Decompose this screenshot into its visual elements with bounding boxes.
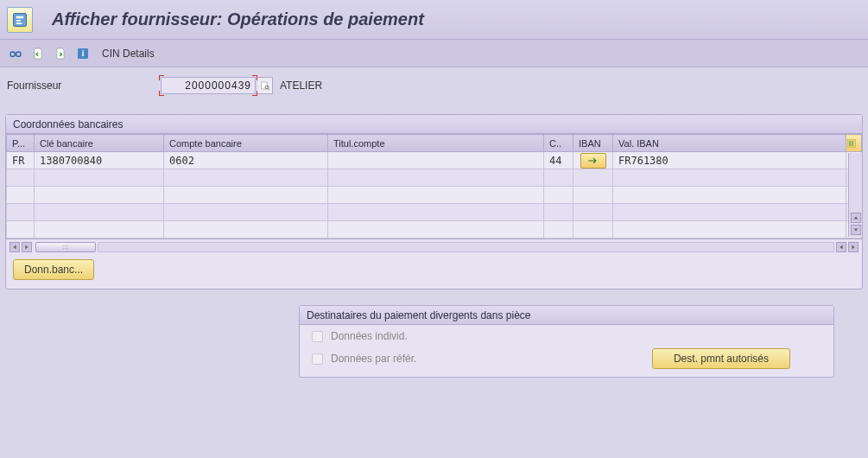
cin-details-button[interactable]: CIN Details <box>98 46 158 61</box>
scroll-right-end-icon[interactable] <box>848 242 858 252</box>
vertical-scrollbar[interactable] <box>848 153 862 237</box>
bank-group-title: Coordonnées bancaires <box>6 115 862 134</box>
table-row[interactable] <box>7 204 862 221</box>
table-header-row: P... Clé bancaire Compte bancaire Titul.… <box>7 135 862 152</box>
scroll-down-icon[interactable] <box>851 225 861 235</box>
svg-point-2 <box>16 52 21 56</box>
scroll-right-icon[interactable] <box>22 242 32 252</box>
cell-ctrl[interactable]: 44 <box>544 152 573 169</box>
cell-iban-val[interactable]: FR761380 <box>613 152 846 169</box>
vendor-row: Fournisseur ATELIER <box>7 74 863 97</box>
scroll-thumb[interactable]: ::: <box>35 242 96 252</box>
cell-account[interactable]: 0602 <box>164 152 328 169</box>
table-row[interactable] <box>7 187 862 204</box>
scroll-left-icon[interactable] <box>10 242 20 252</box>
matchcode-icon[interactable] <box>257 77 273 94</box>
by-ref-label: Données par référ. <box>331 353 416 365</box>
vendor-code-field-wrap <box>161 77 256 94</box>
svg-point-1 <box>10 52 15 56</box>
app-icon <box>7 7 33 33</box>
table-row[interactable] <box>7 169 862 187</box>
title-bar: Afficher fournisseur: Opérations de paie… <box>0 0 868 40</box>
col-iban-val[interactable]: Val. IBAN <box>613 135 846 152</box>
scroll-up-icon[interactable] <box>851 213 861 223</box>
horizontal-scrollbar[interactable]: ::: <box>6 239 862 254</box>
individual-label: Données individ. <box>331 330 408 342</box>
iban-arrow-icon[interactable] <box>580 153 606 169</box>
cell-holder[interactable] <box>328 152 544 169</box>
table-config-icon[interactable] <box>846 135 862 152</box>
col-country[interactable]: P... <box>7 135 35 152</box>
page-title: Afficher fournisseur: Opérations de paie… <box>52 10 424 29</box>
cell-bank-key[interactable]: 1380700840 <box>35 152 164 169</box>
divergent-title: Destinataires du paiement divergents dan… <box>300 306 833 325</box>
authorized-dest-button[interactable]: Dest. pmnt autorisés <box>652 348 790 369</box>
scroll-left-end-icon[interactable] <box>836 242 846 252</box>
col-bank-key[interactable]: Clé bancaire <box>35 135 164 152</box>
col-account[interactable]: Compte bancaire <box>164 135 328 152</box>
svg-rect-9 <box>852 141 853 146</box>
vendor-name: ATELIER <box>280 80 322 92</box>
prev-page-icon[interactable] <box>29 45 47 62</box>
svg-text:i: i <box>82 49 85 58</box>
col-iban-btn[interactable]: IBAN <box>573 135 613 152</box>
vendor-label: Fournisseur <box>7 80 159 92</box>
table-row[interactable]: FR 1380700840 0602 44 FR761380 <box>7 152 862 169</box>
glasses-icon[interactable] <box>7 45 24 62</box>
svg-rect-8 <box>849 141 851 146</box>
info-icon[interactable]: i <box>74 45 92 62</box>
next-page-icon[interactable] <box>52 45 69 62</box>
individual-checkbox[interactable] <box>312 331 323 342</box>
vendor-code-input[interactable] <box>161 77 256 94</box>
bank-data-button[interactable]: Donn.banc... <box>13 259 94 280</box>
bank-groupbox: Coordonnées bancaires P... Clé bancaire … <box>5 114 863 289</box>
by-ref-checkbox[interactable] <box>312 353 323 365</box>
bank-table: P... Clé bancaire Compte bancaire Titul.… <box>6 134 862 254</box>
toolbar: i CIN Details <box>0 40 868 67</box>
table-row[interactable] <box>7 221 862 239</box>
cell-country[interactable]: FR <box>7 152 35 169</box>
col-holder[interactable]: Titul.compte <box>328 135 544 152</box>
divergent-groupbox: Destinataires du paiement divergents dan… <box>299 305 834 378</box>
col-ctrl[interactable]: C.. <box>544 135 573 152</box>
